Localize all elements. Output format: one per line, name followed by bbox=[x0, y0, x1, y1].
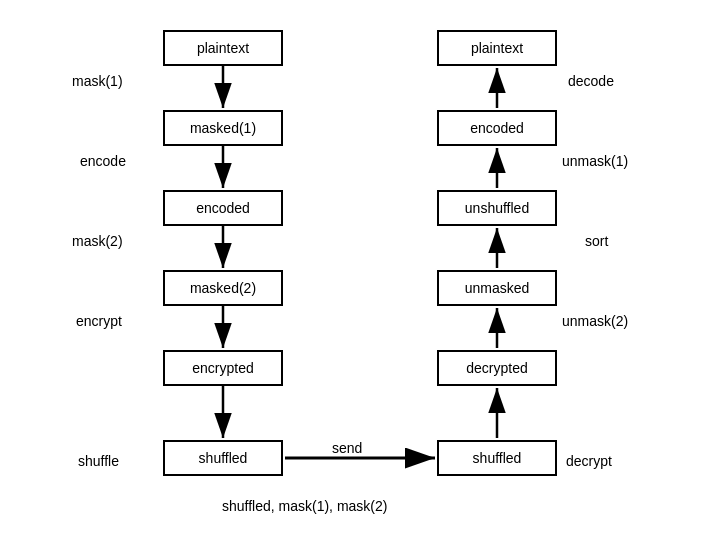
label-unmask1: unmask(1) bbox=[562, 153, 628, 169]
diagram: plaintext masked(1) encoded masked(2) en… bbox=[0, 0, 720, 540]
label-unmask2: unmask(2) bbox=[562, 313, 628, 329]
decrypted-box: decrypted bbox=[437, 350, 557, 386]
encoded-right-box: encoded bbox=[437, 110, 557, 146]
label-bottom: shuffled, mask(1), mask(2) bbox=[222, 498, 387, 514]
encrypted-box: encrypted bbox=[163, 350, 283, 386]
label-decode: decode bbox=[568, 73, 614, 89]
plaintext-left: plaintext bbox=[163, 30, 283, 66]
shuffled-left-box: shuffled bbox=[163, 440, 283, 476]
label-encrypt: encrypt bbox=[76, 313, 122, 329]
masked2-box: masked(2) bbox=[163, 270, 283, 306]
label-sort: sort bbox=[585, 233, 608, 249]
label-mask2: mask(2) bbox=[72, 233, 123, 249]
label-decrypt: decrypt bbox=[566, 453, 612, 469]
plaintext-right: plaintext bbox=[437, 30, 557, 66]
shuffled-right-box: shuffled bbox=[437, 440, 557, 476]
masked1-box: masked(1) bbox=[163, 110, 283, 146]
label-shuffle: shuffle bbox=[78, 453, 119, 469]
encoded-left-box: encoded bbox=[163, 190, 283, 226]
label-mask1: mask(1) bbox=[72, 73, 123, 89]
label-send: send bbox=[332, 440, 362, 456]
label-encode: encode bbox=[80, 153, 126, 169]
unshuffled-box: unshuffled bbox=[437, 190, 557, 226]
unmasked-box: unmasked bbox=[437, 270, 557, 306]
